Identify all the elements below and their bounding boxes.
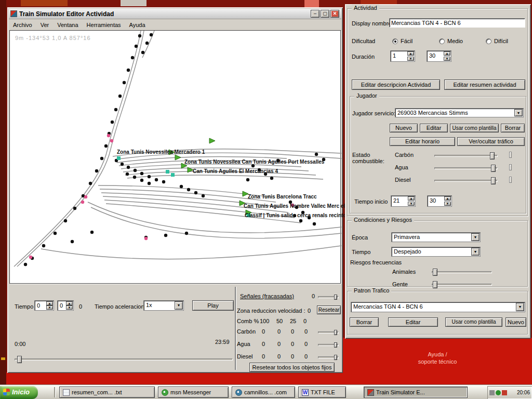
map-track-label[interactable]: Can Tunis Agulles Nombre Vallec Merc el: [244, 203, 345, 209]
condiciones-group: Condiciones y Riesgos Época Primavera ▼ …: [347, 220, 528, 287]
fuel-cell: 0: [291, 341, 294, 347]
timeline-slider-thumb[interactable]: [17, 356, 22, 363]
diesel-slider-track[interactable]: [434, 180, 498, 182]
radio-facil[interactable]: Fácil: [392, 38, 413, 44]
map-track-label[interactable]: Classif | Tunis salida cerca renals reci…: [245, 212, 346, 218]
nuevo-button[interactable]: Nuevo: [390, 124, 418, 132]
resetear-button[interactable]: Resetear: [317, 305, 341, 314]
taskbar-task-txtfile[interactable]: W TXT FILE: [298, 387, 346, 398]
time-minutes-spinner[interactable]: 0 ▲▼: [57, 300, 74, 311]
menu-ver[interactable]: Ver: [36, 21, 54, 29]
mini-slider-thumb[interactable]: [334, 295, 337, 300]
editar-descripcion-button[interactable]: Editar descripcion Actividad: [352, 79, 440, 90]
radio-icon[interactable]: [439, 38, 445, 44]
spin-up-icon[interactable]: ▲: [444, 196, 451, 201]
play-button[interactable]: Play: [192, 300, 234, 311]
spin-up-icon[interactable]: ▲: [66, 301, 73, 305]
chevron-down-icon[interactable]: ▼: [516, 303, 524, 311]
patron-plantilla-button[interactable]: Usar como plantilla: [445, 317, 502, 327]
usar-como-plantilla-button[interactable]: Usar como plantilla: [450, 124, 499, 132]
senales-mini-slider[interactable]: [318, 296, 339, 298]
map-track-label[interactable]: Can Tunis Agulles El Mercancias 4: [193, 168, 278, 174]
spin-down-icon[interactable]: ▼: [407, 57, 414, 61]
jugador-servicio-combobox[interactable]: 269003 Mercancias Stimms ▼: [395, 108, 524, 117]
patron-nuevo-button[interactable]: Nuevo: [506, 317, 526, 327]
close-button[interactable]: ✕: [330, 10, 339, 18]
radio-medio[interactable]: Medio: [439, 38, 463, 44]
mini-slider-thumb[interactable]: [334, 342, 337, 348]
chevron-down-icon[interactable]: ▼: [471, 233, 480, 241]
spin-down-icon[interactable]: ▼: [66, 305, 73, 310]
agua-slider-track[interactable]: [434, 167, 498, 169]
chevron-down-icon[interactable]: ▼: [514, 109, 523, 116]
menu-ventana[interactable]: Ventana: [53, 21, 82, 29]
carbon-mini-slider[interactable]: [318, 331, 339, 334]
network-icon[interactable]: [502, 390, 507, 395]
titlebar[interactable]: Train Simulator Editor Actividad – ▢ ✕: [9, 9, 341, 19]
volume-icon[interactable]: [489, 390, 495, 395]
diesel-mini-slider[interactable]: [318, 356, 339, 358]
spin-up-icon[interactable]: ▲: [444, 51, 450, 56]
spin-up-icon[interactable]: ▲: [408, 196, 415, 201]
mini-slider-thumb[interactable]: [334, 330, 337, 335]
spin-down-icon[interactable]: ▼: [444, 202, 451, 206]
ver-ocultar-trafico-button[interactable]: Ver/ocultar tráfico: [457, 137, 525, 146]
duracion-horas-spinner[interactable]: 1 ▲▼: [390, 50, 415, 62]
animales-slider-track[interactable]: [432, 271, 492, 273]
gente-slider-thumb[interactable]: [433, 281, 437, 288]
agua-label: Agua: [395, 164, 408, 170]
taskbar-task-resumen[interactable]: resumen_com... .txt: [59, 387, 155, 398]
antivirus-icon[interactable]: [496, 390, 501, 395]
menu-ayuda[interactable]: Ayuda: [125, 21, 150, 29]
spin-up-icon[interactable]: ▲: [407, 51, 414, 56]
display-nombre-input[interactable]: [389, 18, 525, 28]
accel-combobox[interactable]: 1x ▼: [143, 300, 184, 311]
carbon-slider-thumb[interactable]: [490, 152, 495, 159]
diesel-slider-thumb[interactable]: [491, 177, 496, 184]
route-map-view[interactable]: 9m -134°53 1,0 A 857°16 Zona Tunis Noves…: [9, 30, 341, 284]
map-track-label[interactable]: Zona Tunis Novessilea Mercadero 1: [117, 149, 205, 155]
map-status-text: 9m -134°53 1,0 A 857°16: [15, 35, 91, 41]
taskbar-task-train-simulator[interactable]: Train Simulator E...: [364, 387, 468, 398]
editar-horario-button[interactable]: Editar horario: [390, 137, 455, 146]
maximize-button[interactable]: ▢: [321, 10, 329, 18]
tiempo-clima-combobox[interactable]: Despejado ▼: [391, 247, 481, 257]
reset-all-fixed-objects-button[interactable]: Resetear todos los objetos fijos: [249, 363, 335, 372]
map-track-label[interactable]: Zona Tunis Novessilea Can Tunis Agulles …: [184, 159, 324, 165]
duracion-minutos-spinner[interactable]: 30 ▲▼: [427, 50, 451, 62]
menu-archivo[interactable]: Archivo: [9, 21, 36, 29]
radio-icon[interactable]: [486, 38, 491, 44]
chevron-down-icon[interactable]: ▼: [471, 248, 480, 256]
inicio-minuto-spinner[interactable]: 30 ▲▼: [427, 195, 452, 207]
inicio-hora-spinner[interactable]: 21 ▲▼: [391, 195, 416, 207]
spin-down-icon[interactable]: ▼: [46, 305, 53, 310]
gente-slider-track[interactable]: [432, 284, 492, 286]
editar-resumen-button[interactable]: Editar resumen actividad: [444, 79, 525, 90]
timeline-slider-track[interactable]: [15, 358, 233, 361]
map-track-label[interactable]: Zona Tunis Barcelona Tracc: [248, 194, 317, 200]
time-hours-spinner[interactable]: 0 ▲▼: [34, 300, 54, 311]
carbon-slider-track[interactable]: [434, 155, 498, 157]
patron-borrar-button[interactable]: Borrar: [350, 317, 379, 327]
radio-icon[interactable]: [392, 38, 398, 44]
borrar-button[interactable]: Borrar: [501, 124, 525, 132]
patron-editar-button[interactable]: Editar: [388, 317, 438, 327]
minimize-button[interactable]: –: [311, 10, 320, 18]
desktop-help-area: Ayuda / soporte técnico: [343, 338, 532, 385]
start-button[interactable]: Inicio: [0, 386, 38, 399]
patron-trafico-combobox[interactable]: Mercancias TGN 4 - BCN 6 ▼: [351, 302, 525, 312]
taskbar-task-messenger[interactable]: msn Messenger: [158, 387, 229, 398]
chevron-down-icon[interactable]: ▼: [175, 301, 183, 310]
taskbar-task-camnillos[interactable]: camnillos... .com: [232, 387, 295, 398]
animales-slider-thumb[interactable]: [433, 269, 437, 276]
spin-down-icon[interactable]: ▼: [444, 57, 450, 61]
epoca-combobox[interactable]: Primavera ▼: [391, 232, 481, 242]
agua-mini-slider[interactable]: [318, 344, 339, 346]
menu-herramientas[interactable]: Herramientas: [83, 21, 125, 29]
editar-button[interactable]: Editar: [420, 124, 448, 132]
spin-down-icon[interactable]: ▼: [408, 202, 415, 206]
spin-up-icon[interactable]: ▲: [46, 301, 53, 305]
agua-slider-thumb[interactable]: [491, 165, 496, 172]
mini-slider-thumb[interactable]: [334, 355, 337, 360]
radio-dificil[interactable]: Difícil: [486, 38, 508, 44]
